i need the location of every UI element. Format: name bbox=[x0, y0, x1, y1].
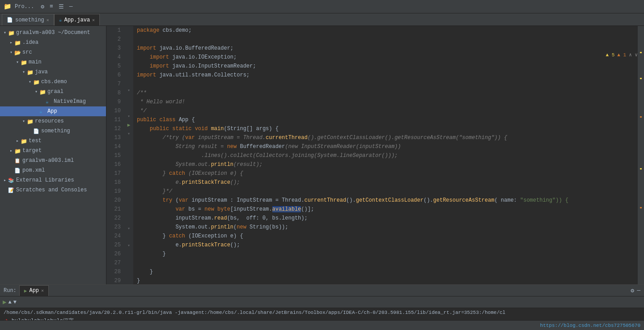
tree-arrow-4[interactable]: ▾ bbox=[21, 69, 27, 75]
scroll-marker-4 bbox=[640, 168, 642, 169]
bottom-settings-icon[interactable]: ⚙ bbox=[631, 287, 634, 294]
tree-label-5: cbs.demo bbox=[41, 79, 67, 85]
title-icons: ⚙ ≡ ☰ — bbox=[39, 2, 74, 11]
scroll-up-btn[interactable]: ▲ bbox=[8, 299, 11, 305]
structure-icon[interactable]: ≡ bbox=[48, 2, 55, 11]
code-line-25: e.printStackTrace(); bbox=[133, 241, 638, 250]
right-scrollbar[interactable] bbox=[638, 26, 644, 284]
status-link[interactable]: https://blog.csdn.net/cbs727505670 bbox=[540, 323, 640, 328]
run-output: ➜ bulabulabulabula汉字 bbox=[4, 316, 640, 320]
fold-icon[interactable]: ▾ bbox=[127, 88, 130, 93]
tree-arrow-2[interactable]: ▾ bbox=[8, 50, 14, 55]
tree-item-6[interactable]: ▾📁graal bbox=[0, 87, 106, 97]
tree-label-4: java bbox=[35, 69, 48, 75]
code-lines: package cbs.demo; import java.io.Buffere… bbox=[133, 26, 638, 284]
tree-label-9: resources bbox=[35, 118, 64, 124]
line-number-11: 11 bbox=[106, 115, 121, 124]
tree-item-11[interactable]: ▸📁test bbox=[0, 136, 106, 146]
tree-item-8[interactable]: ☕App bbox=[0, 106, 106, 116]
fold-icon[interactable]: ▾ bbox=[127, 243, 130, 248]
code-line-14: String result = new BufferedReader(new I… bbox=[133, 142, 638, 151]
tab-label-something: something bbox=[15, 17, 44, 23]
line-numbers: 1234567891011121314151617181920212223242… bbox=[106, 26, 124, 284]
gutter-item-8: ▾ bbox=[124, 86, 133, 95]
warning-indicator: ▲ 5 ▲ 1 ∧ ∨ bbox=[606, 52, 638, 58]
run-command: /home/cbs/.sdkman/candidates/java/20.2.0… bbox=[4, 310, 640, 315]
tree-item-2[interactable]: ▾📂src bbox=[0, 47, 106, 57]
line-number-2: 2 bbox=[106, 35, 121, 44]
code-line-27 bbox=[133, 258, 638, 267]
tree-item-1[interactable]: ▸📁.idea bbox=[0, 38, 106, 47]
tree-icon-16: 📝 bbox=[8, 187, 14, 193]
gutter-item-4 bbox=[124, 52, 133, 60]
tree-item-14[interactable]: 📄pom.xml bbox=[0, 165, 106, 175]
tree-icon-5: 📁 bbox=[33, 79, 39, 85]
fold-icon[interactable]: ▾ bbox=[127, 114, 130, 119]
tree-arrow-11[interactable]: ▸ bbox=[14, 138, 21, 144]
code-line-22: inputStream.read(bs, off: 0, bs.length); bbox=[133, 214, 638, 223]
line-number-12: 12 bbox=[106, 124, 121, 133]
line-number-27: 27 bbox=[106, 258, 121, 267]
gutter-item-12: ▶ bbox=[124, 121, 133, 129]
tree-item-13[interactable]: 📋graalvm-a003.iml bbox=[0, 156, 106, 165]
tree-arrow-3[interactable]: ▾ bbox=[14, 59, 21, 65]
tree-item-12[interactable]: ▸📁target bbox=[0, 146, 106, 156]
tree-label-6: graal bbox=[47, 89, 64, 95]
tree-item-4[interactable]: ▾📁java bbox=[0, 67, 106, 77]
line-number-8: 8 bbox=[106, 89, 121, 97]
code-line-6: import java.util.stream.Collectors; bbox=[133, 71, 638, 80]
gutter-item-28 bbox=[124, 258, 133, 267]
tab-close-something[interactable]: ✕ bbox=[47, 17, 49, 23]
tab-app-java[interactable]: ☕ App.java ✕ bbox=[54, 14, 100, 25]
line-number-20: 20 bbox=[106, 196, 121, 205]
bottom-close-icon[interactable]: — bbox=[637, 287, 640, 294]
code-line-26: } bbox=[133, 250, 638, 258]
tree-arrow-12[interactable]: ▸ bbox=[8, 148, 14, 153]
line-number-6: 6 bbox=[106, 71, 121, 80]
gutter-item-15 bbox=[124, 147, 133, 155]
settings-icon[interactable]: ⚙ bbox=[39, 2, 46, 11]
code-line-13: /*try (var inputStream = Thread.currentT… bbox=[133, 133, 638, 142]
scroll-down-btn[interactable]: ▼ bbox=[13, 299, 17, 305]
tree-arrow-9[interactable]: ▾ bbox=[21, 118, 27, 124]
tree-item-10[interactable]: 📄something bbox=[0, 126, 106, 136]
line-number-26: 26 bbox=[106, 250, 121, 258]
run-config-icon[interactable]: — bbox=[68, 2, 74, 11]
gutter-item-26: ▾ bbox=[124, 241, 133, 250]
code-view[interactable]: package cbs.demo; import java.io.Buffere… bbox=[133, 26, 638, 284]
tab-something[interactable]: 📄 something ✕ bbox=[2, 14, 54, 25]
tree-arrow-15[interactable]: ▸ bbox=[2, 178, 8, 183]
gutter-item-22 bbox=[124, 207, 133, 216]
fold-icon[interactable]: ▾ bbox=[127, 131, 130, 136]
tree-item-0[interactable]: ▾📁graalvm-a003 ~/Document bbox=[0, 28, 106, 38]
bottom-tab-close[interactable]: ✕ bbox=[41, 288, 44, 293]
code-line-10: */ bbox=[133, 106, 638, 115]
list-icon[interactable]: ☰ bbox=[57, 2, 65, 11]
tree-item-5[interactable]: ▾📁cbs.demo bbox=[0, 77, 106, 87]
line-number-16: 16 bbox=[106, 160, 121, 169]
tree-item-16[interactable]: 📝Scratches and Consoles bbox=[0, 185, 106, 195]
code-line-8: /** bbox=[133, 89, 638, 97]
gutter-item-18 bbox=[124, 173, 133, 181]
tree-item-7[interactable]: ☕NativeImag bbox=[0, 97, 106, 106]
tree-item-15[interactable]: ▸📚External Libraries bbox=[0, 175, 106, 185]
tree-arrow-0[interactable]: ▾ bbox=[2, 30, 8, 35]
tree-arrow-5[interactable]: ▾ bbox=[27, 79, 33, 85]
fold-icon[interactable]: ▾ bbox=[127, 226, 130, 231]
tree-icon-12: 📁 bbox=[14, 148, 21, 153]
bottom-tab-app[interactable]: ▶ App ✕ bbox=[19, 285, 49, 296]
line-number-18: 18 bbox=[106, 178, 121, 187]
line-number-13: 13 bbox=[106, 133, 121, 142]
tree-arrow-6[interactable]: ▾ bbox=[33, 89, 39, 94]
tree-arrow-1[interactable]: ▸ bbox=[8, 40, 14, 45]
file-tree: ▾📁graalvm-a003 ~/Document▸📁.idea▾📂src▾📁m… bbox=[0, 28, 106, 195]
tab-close-app-java[interactable]: ✕ bbox=[92, 17, 95, 23]
line-number-28: 28 bbox=[106, 267, 121, 276]
code-line-1: package cbs.demo; bbox=[133, 26, 638, 35]
tree-item-9[interactable]: ▾📁resources bbox=[0, 116, 106, 126]
nav-arrows[interactable]: ∧ ∨ bbox=[629, 52, 638, 58]
run-btn[interactable]: ▶ bbox=[3, 298, 6, 306]
gutter-item-23 bbox=[124, 216, 133, 224]
run-icon: ▶ bbox=[24, 288, 27, 294]
tree-item-3[interactable]: ▾📁main bbox=[0, 57, 106, 67]
